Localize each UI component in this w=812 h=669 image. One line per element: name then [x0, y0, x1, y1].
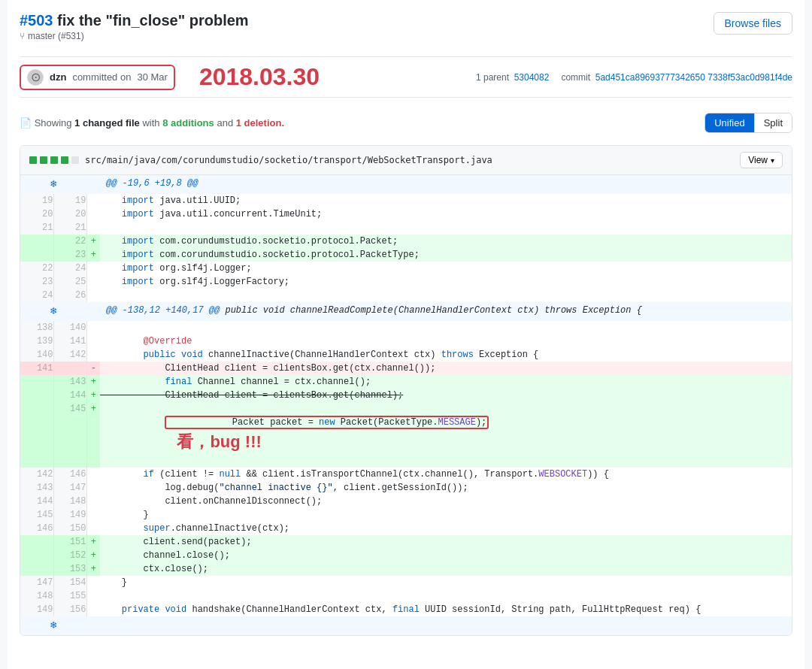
table-row: 145 149 }	[20, 508, 792, 522]
hunk-expand-icon-2[interactable]: ❄	[20, 302, 86, 321]
parent-label: 1 parent	[476, 72, 509, 83]
stats-text: 📄 Showing 1 changed file with 8 addition…	[20, 117, 284, 129]
highlight-box: Packet packet = new Packet(PacketType.ME…	[165, 416, 489, 429]
hunk1-header-text: @@ -19,6 +19,8 @@	[100, 175, 792, 194]
commit-label: commit	[561, 72, 590, 83]
changed-count: 1 changed file	[74, 117, 140, 129]
commit-branch: ⑂ master (#531)	[20, 31, 249, 41]
table-row: 148 155	[20, 589, 792, 603]
hunk-header-1: ❄ @@ -19,6 +19,8 @@	[20, 175, 792, 194]
diff-block-green	[29, 156, 37, 164]
commit-hash-link[interactable]: 5ad451ca89693777342650 7338f53ac0d981f4d…	[595, 72, 792, 83]
table-row: 138 140	[20, 321, 792, 334]
author-action: committed on	[72, 71, 131, 83]
diff-blocks	[29, 156, 79, 164]
table-row: 22 24 import org.slf4j.Logger;	[20, 262, 792, 275]
table-row: 144 148 client.onChannelDisconnect();	[20, 495, 792, 508]
file-icon: 📄	[20, 117, 32, 129]
table-row: 139 141 @Override	[20, 334, 792, 348]
table-row: 23 25 import org.slf4j.LoggerFactory;	[20, 275, 792, 289]
stats-bar: 📄 Showing 1 changed file with 8 addition…	[20, 107, 792, 139]
table-row: 20 20 import java.util.concurrent.TimeUn…	[20, 207, 792, 221]
table-row: 143 + final Channel channel = ctx.channe…	[20, 375, 792, 389]
avatar-icon: ⊙	[31, 70, 41, 84]
chevron-down-icon: ▾	[771, 156, 774, 165]
table-row: 141 - ClientHead client = clientsBox.get…	[20, 362, 792, 375]
additions-count: 8 additions	[162, 117, 214, 129]
table-row: 145 + Packet packet = new Packet(PacketT…	[20, 402, 792, 468]
table-row: 23 + import com.corundumstudio.socketio.…	[20, 248, 792, 262]
table-row: 19 19 import java.util.UUID;	[20, 194, 792, 207]
avatar: ⊙	[27, 69, 44, 86]
browse-files-button[interactable]: Browse files	[714, 12, 792, 35]
file-view-button[interactable]: View ▾	[740, 152, 783, 168]
hunk2-header-text: @@ -138,12 +140,17 @@ public void channe…	[100, 302, 792, 321]
diff-container: src/main/java/com/corundumstudio/socketi…	[20, 145, 792, 636]
commit-date-short: 30 Mar	[137, 71, 167, 83]
table-row: 22 + import com.corundumstudio.socketio.…	[20, 235, 792, 248]
commit-meta: 1 parent 5304082 commit 5ad451ca89693777…	[476, 72, 792, 83]
view-toggle: Unified Split	[704, 113, 792, 133]
author-row: ⊙ dzn committed on 30 Mar 2018.03.30 1 p…	[20, 56, 792, 98]
table-row: 152 + channel.close();	[20, 549, 792, 562]
file-path-text: src/main/java/com/corundumstudio/socketi…	[85, 155, 492, 165]
table-row: 140 142 public void channelInactive(Chan…	[20, 348, 792, 362]
table-row: 21 21	[20, 221, 792, 235]
table-row: 153 + ctx.close();	[20, 562, 792, 576]
table-row: 147 154 }	[20, 576, 792, 589]
diff-table: ❄ @@ -19,6 +19,8 @@ 19 19 import java.ut…	[20, 175, 792, 635]
diff-file-path: src/main/java/com/corundumstudio/socketi…	[29, 155, 492, 165]
file-view-controls: View ▾	[740, 152, 783, 168]
author-name[interactable]: dzn	[50, 71, 66, 83]
table-row: 149 156 private void handshake(ChannelHa…	[20, 603, 792, 616]
hunk-header-2: ❄ @@ -138,12 +140,17 @@ public void chan…	[20, 302, 792, 321]
diff-block-green2	[40, 156, 47, 164]
branch-icon: ⑂	[20, 31, 25, 41]
table-row: 146 150 super.channelInactive(ctx);	[20, 522, 792, 535]
hunk-expand-icon-3[interactable]: ❄	[20, 616, 86, 635]
table-row: 151 + client.send(packet);	[20, 535, 792, 549]
table-row: 143 147 log.debug("channel inactive {}",…	[20, 481, 792, 495]
author-info-box: ⊙ dzn committed on 30 Mar	[20, 65, 175, 90]
diff-block-green3	[50, 156, 58, 164]
commit-date-big: 2018.03.30	[199, 63, 320, 91]
commit-title: #503 fix the "fin_close" problem	[20, 12, 249, 29]
pr-number[interactable]: #503	[20, 12, 53, 29]
table-row: 24 26	[20, 289, 792, 302]
hunk-expand-icon[interactable]: ❄	[20, 175, 86, 194]
unified-view-button[interactable]: Unified	[705, 114, 754, 132]
split-view-button[interactable]: Split	[755, 114, 792, 132]
deletions-count: 1 deletion.	[236, 117, 284, 129]
commit-title-text: fix the "fin_close" problem	[57, 12, 249, 29]
diff-file-header: src/main/java/com/corundumstudio/socketi…	[20, 146, 792, 175]
diff-block-green4	[61, 156, 68, 164]
parent-hash-link[interactable]: 5304082	[514, 72, 550, 83]
table-row: 142 146 if (client != null && client.isT…	[20, 468, 792, 481]
hunk-footer: ❄	[20, 616, 792, 635]
diff-block-gray	[71, 156, 79, 164]
table-row: 144 + ClientHead client = clientsBox.get…	[20, 389, 792, 402]
annotation-text: 看，bug !!!	[177, 432, 261, 451]
